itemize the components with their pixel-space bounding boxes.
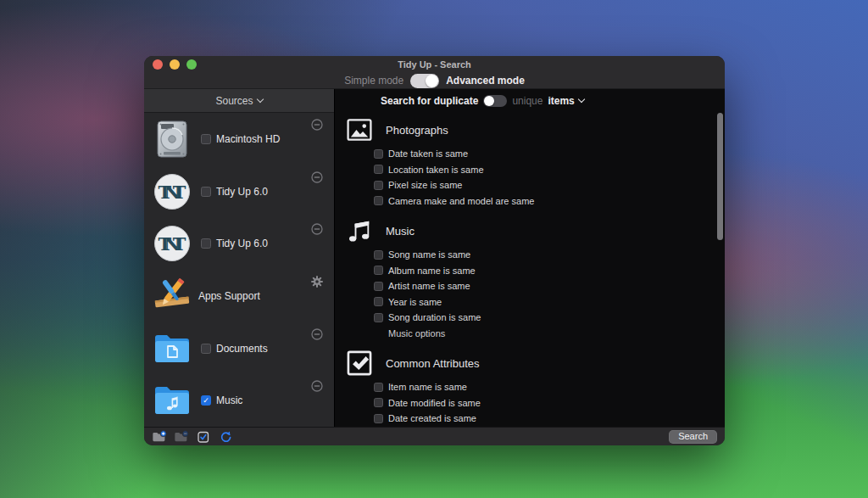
bottom-toolbar: Search	[144, 427, 725, 445]
criteria-panel: Search for duplicate unique items Photog…	[335, 89, 725, 427]
music-options-button[interactable]: Music options	[388, 326, 725, 342]
criteria-label: Pixel size is same	[388, 180, 462, 190]
source-label: Macintosh HD	[216, 133, 280, 145]
source-row[interactable]: ✓ Music	[144, 374, 334, 427]
source-label: Music	[216, 394, 242, 406]
mode-toggle[interactable]	[410, 74, 439, 88]
source-checkbox[interactable]: ✓	[201, 395, 211, 406]
criteria-row[interactable]: Date created is same	[345, 411, 725, 427]
criteria-row[interactable]: Date taken is same	[345, 146, 725, 162]
toggle-knob	[484, 96, 494, 106]
simple-mode-label: Simple mode	[344, 75, 403, 87]
music-note-icon	[345, 217, 374, 244]
criteria-row[interactable]: Location taken is same	[345, 162, 725, 178]
criteria-checkbox[interactable]	[374, 297, 383, 306]
section-title: Photographs	[386, 124, 448, 137]
content-area: Sources Macintosh HD TNT Tidy Up 6.0	[144, 89, 725, 427]
criteria-label: Date modified is same	[388, 398, 481, 408]
criteria-label: Item name is same	[388, 382, 467, 392]
duplicate-unique-toggle[interactable]	[483, 95, 507, 107]
tidyup-logo-icon: TNT	[151, 171, 193, 213]
section-title: Music	[386, 225, 415, 238]
remove-source-icon[interactable]	[311, 223, 323, 235]
remove-source-icon[interactable]	[311, 328, 323, 340]
zoom-button[interactable]	[186, 59, 197, 70]
items-dropdown-label: items	[548, 95, 574, 107]
close-button[interactable]	[153, 59, 163, 70]
source-label: Tidy Up 6.0	[216, 186, 268, 198]
toggle-knob	[426, 75, 438, 87]
advanced-mode-label: Advanced mode	[446, 75, 525, 87]
remove-source-icon[interactable]	[311, 380, 323, 392]
criteria-row[interactable]: Song duration is same	[345, 310, 725, 326]
search-button[interactable]: Search	[669, 430, 717, 444]
source-list: Macintosh HD TNT Tidy Up 6.0 TNT Tidy Up…	[144, 113, 334, 427]
source-checkbox[interactable]	[201, 134, 211, 144]
source-row[interactable]: TNT Tidy Up 6.0	[144, 165, 334, 218]
criteria-scroll-area: Photographs Date taken is same Location …	[335, 113, 725, 427]
criteria-row[interactable]: Album name is same	[345, 263, 725, 279]
scrollbar-thumb[interactable]	[717, 113, 723, 240]
unique-label: unique	[512, 95, 542, 107]
add-source-folder-icon[interactable]	[152, 430, 167, 444]
criteria-checkbox[interactable]	[374, 165, 383, 174]
section-music: Music Song name is same Album name is sa…	[345, 217, 725, 341]
source-row[interactable]: TNT Tidy Up 6.0	[144, 217, 334, 270]
items-dropdown[interactable]: items	[548, 95, 583, 107]
source-row[interactable]: Documents	[144, 322, 334, 375]
criteria-checkbox[interactable]	[374, 250, 383, 260]
hard-drive-icon	[151, 118, 193, 160]
criteria-label: Year is same	[388, 297, 442, 307]
remove-source-folder-icon[interactable]	[174, 430, 189, 444]
criteria-checkbox[interactable]	[374, 313, 383, 322]
criteria-row[interactable]: Artist name is same	[345, 278, 725, 294]
criteria-checkbox[interactable]	[374, 414, 383, 423]
criteria-row[interactable]: Date modified is same	[345, 395, 725, 411]
criteria-row[interactable]: Camera make and model are same	[345, 193, 725, 210]
source-checkbox[interactable]	[201, 344, 211, 354]
section-common-attributes: Common Attributes Item name is same Date…	[345, 350, 725, 427]
check-all-icon[interactable]	[196, 430, 211, 444]
section-header: Common Attributes	[345, 350, 725, 377]
source-label: Tidy Up 6.0	[216, 238, 268, 249]
criteria-checkbox[interactable]	[374, 282, 383, 291]
criteria-checkbox[interactable]	[374, 266, 383, 275]
section-title: Common Attributes	[386, 357, 480, 370]
criteria-row[interactable]: Year is same	[345, 294, 725, 311]
reset-icon[interactable]	[218, 430, 233, 444]
source-checkbox[interactable]	[201, 238, 211, 249]
criteria-checkbox[interactable]	[374, 149, 383, 159]
source-checkbox[interactable]	[201, 187, 211, 197]
window-title: Tidy Up - Search	[144, 59, 725, 70]
criteria-checkbox[interactable]	[374, 196, 383, 205]
search-for-duplicate-label: Search for duplicate	[381, 95, 478, 107]
source-row[interactable]: Macintosh HD	[144, 113, 334, 165]
criteria-row[interactable]: Pixel size is same	[345, 177, 725, 193]
criteria-label: Artist name is same	[388, 281, 470, 291]
criteria-row[interactable]: Item name is same	[345, 379, 725, 395]
criteria-checkbox[interactable]	[374, 383, 383, 392]
source-row[interactable]: Apps Support	[144, 270, 334, 322]
criteria-row[interactable]: Size is same	[345, 427, 725, 428]
title-bar: Tidy Up - Search	[144, 56, 725, 73]
remove-source-icon[interactable]	[311, 171, 323, 183]
criteria-label: Date created is same	[388, 413, 476, 423]
traffic-lights	[153, 59, 197, 70]
criteria-checkbox[interactable]	[374, 181, 383, 190]
criteria-label: Album name is same	[388, 266, 476, 276]
criteria-label: Song duration is same	[388, 312, 481, 322]
criteria-checkbox[interactable]	[374, 398, 383, 407]
tidyup-logo-icon: TNT	[151, 222, 193, 265]
sources-dropdown[interactable]: Sources	[144, 89, 334, 113]
search-type-bar: Search for duplicate unique items	[335, 89, 725, 113]
remove-source-icon[interactable]	[311, 119, 323, 131]
criteria-label: Camera make and model are same	[388, 196, 534, 206]
minimize-button[interactable]	[170, 59, 180, 70]
photographs-icon	[345, 116, 374, 143]
sources-sidebar: Sources Macintosh HD TNT Tidy Up 6.0	[144, 89, 335, 427]
svg-text:TNT: TNT	[159, 233, 186, 255]
chevron-down-icon	[256, 95, 263, 102]
apps-support-icon	[151, 275, 193, 317]
gear-icon[interactable]	[311, 276, 323, 288]
criteria-row[interactable]: Song name is same	[345, 247, 725, 263]
